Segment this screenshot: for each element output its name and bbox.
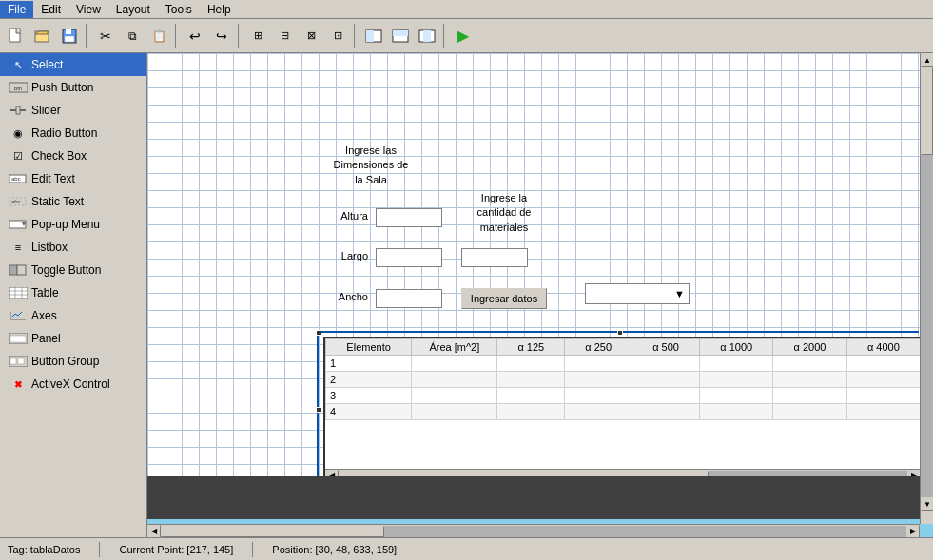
sidebar-item-static-text[interactable]: abc Static Text: [0, 190, 146, 213]
svg-rect-15: [16, 106, 20, 114]
svg-rect-5: [65, 36, 74, 42]
slider-icon: [9, 104, 28, 117]
save-button[interactable]: [57, 24, 82, 48]
canvas-table-element: Elemento Área [m^2] α 125 α 250 α 500 α …: [325, 338, 921, 420]
menu-edit[interactable]: Edit: [33, 1, 68, 18]
img3-button[interactable]: [415, 24, 439, 48]
static-text-icon: abc: [9, 195, 28, 208]
sidebar-item-popup-menu[interactable]: Pop-up Menu: [0, 213, 146, 236]
menu-help[interactable]: Help: [200, 1, 239, 18]
col-a2000: α 2000: [773, 339, 846, 356]
ancho-input[interactable]: [376, 289, 442, 308]
cut-button[interactable]: ✂: [93, 24, 118, 48]
sidebar-item-slider[interactable]: Slider: [0, 99, 146, 122]
largo-input2[interactable]: [461, 248, 528, 267]
svg-rect-0: [10, 29, 20, 42]
menu-view[interactable]: View: [68, 1, 108, 18]
largo-label: Largo: [321, 250, 368, 261]
table-row: 4: [326, 404, 921, 420]
sidebar-item-listbox[interactable]: ≡ Listbox: [0, 236, 146, 259]
sidebar-item-panel[interactable]: Panel: [0, 327, 146, 350]
sidebar-item-select[interactable]: ↖ Select: [0, 53, 146, 76]
sidebar-item-check-box[interactable]: ☑ Check Box: [0, 145, 146, 167]
altura-input[interactable]: [376, 208, 442, 227]
toolbar-sep-1: [86, 24, 89, 48]
activex-icon: ✖: [9, 377, 28, 391]
run-button[interactable]: ▶: [451, 24, 476, 48]
ancho-label: Ancho: [321, 291, 368, 302]
table-row: 1: [326, 356, 921, 372]
toggle-button-icon: [9, 263, 28, 277]
svg-text:abc: abc: [11, 199, 21, 204]
sidebar-item-toggle-button[interactable]: Toggle Button: [0, 259, 146, 281]
hscroll-main-right[interactable]: ▶: [906, 525, 920, 538]
vscroll-up-button[interactable]: ▲: [921, 53, 933, 67]
data-table: Elemento Área [m^2] α 125 α 250 α 500 α …: [323, 337, 923, 484]
vscroll-thumb[interactable]: [921, 67, 933, 155]
hscroll-main: ◀ ▶: [147, 524, 920, 537]
table-icon: [9, 286, 28, 299]
axes-icon: [9, 309, 28, 322]
toolbar-sep-2: [175, 24, 179, 48]
largo-input[interactable]: [376, 248, 442, 267]
toolbar-sep-5: [443, 24, 447, 48]
sidebar-item-push-button[interactable]: btn Push Button: [0, 76, 146, 99]
sidebar-item-button-group[interactable]: Button Group: [0, 350, 146, 373]
svg-rect-34: [10, 358, 16, 364]
dark-bottom-bar: [147, 476, 933, 519]
sidebar-item-edit-text[interactable]: abc Edit Text: [0, 167, 146, 190]
svg-rect-4: [66, 29, 71, 34]
redo-button[interactable]: ↪: [209, 24, 234, 48]
grid-button[interactable]: ⊟: [272, 24, 297, 48]
status-tag: Tag: tablaDatos: [8, 544, 80, 555]
status-bar: Tag: tablaDatos Current Point: [217, 145…: [0, 537, 933, 560]
svg-rect-22: [9, 265, 17, 275]
svg-rect-24: [9, 287, 28, 299]
hscroll-main-thumb[interactable]: [161, 526, 384, 537]
col-elemento: Elemento: [326, 339, 412, 356]
group-button[interactable]: ⊠: [299, 24, 323, 48]
undo-button[interactable]: ↩: [183, 24, 207, 48]
svg-text:abc: abc: [11, 176, 21, 182]
status-current-point: Current Point: [217, 145]: [119, 544, 233, 555]
vscroll-bar: ▲ ▼: [920, 53, 933, 524]
vscroll-down-button[interactable]: ▼: [921, 497, 933, 511]
menu-bar: File Edit View Layout Tools Help: [0, 0, 933, 19]
status-position: Position: [30, 48, 633, 159]: [272, 544, 397, 555]
menu-tools[interactable]: Tools: [158, 1, 200, 18]
paste-button[interactable]: 📋: [146, 24, 171, 48]
svg-rect-11: [423, 30, 431, 42]
sidebar-item-axes[interactable]: Axes: [0, 304, 146, 327]
menu-layout[interactable]: Layout: [108, 1, 158, 18]
ingrese-cantidad-label: Ingrese la cantidad de materiales: [461, 191, 547, 235]
sidebar-item-table[interactable]: Table: [0, 281, 146, 304]
new-button[interactable]: [4, 24, 29, 48]
listbox-icon: ≡: [9, 241, 28, 254]
hscroll-main-left[interactable]: ◀: [147, 525, 161, 538]
status-sep-1: [99, 542, 100, 557]
svg-rect-32: [10, 336, 26, 342]
sidebar-item-activex-control[interactable]: ✖ ActiveX Control: [0, 373, 146, 396]
menu-file[interactable]: File: [0, 1, 33, 18]
push-button-icon: btn: [9, 81, 28, 94]
img2-button[interactable]: [388, 24, 413, 48]
ungroup-button[interactable]: ⊡: [325, 24, 350, 48]
popup-menu-icon: [9, 218, 28, 231]
align-button[interactable]: ⊞: [245, 24, 270, 48]
col-a500: α 500: [632, 339, 700, 356]
sidebar: ↖ Select btn Push Button Slider ◉ Radio …: [0, 53, 147, 537]
status-sep-2: [252, 542, 253, 557]
col-a250: α 250: [565, 339, 632, 356]
col-a1000: α 1000: [700, 339, 773, 356]
hscroll-main-track: [161, 526, 906, 537]
copy-button[interactable]: ⧉: [120, 24, 145, 48]
dropdown-select[interactable]: ▼: [585, 283, 690, 304]
ingresar-datos-button[interactable]: Ingresar datos: [461, 288, 547, 309]
open-button[interactable]: [30, 24, 55, 48]
sidebar-item-radio-button[interactable]: ◉ Radio Button: [0, 122, 146, 145]
col-area: Área [m^2]: [412, 339, 497, 356]
svg-rect-9: [393, 30, 408, 36]
svg-rect-35: [18, 358, 24, 364]
canvas-scroll[interactable]: Ingrese las Dimensiones de la Sala Ingre…: [147, 53, 933, 537]
img1-button[interactable]: [361, 24, 386, 48]
